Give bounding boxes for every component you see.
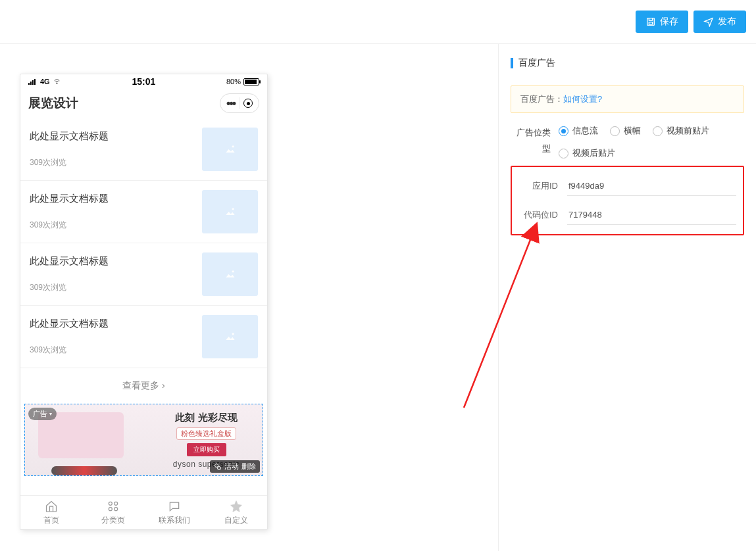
item-title: 此处显示文档标题 — [30, 193, 193, 205]
svg-point-8 — [232, 208, 234, 210]
grid-icon — [107, 500, 120, 513]
delete-button[interactable]: 活动删除 — [210, 460, 260, 473]
tab-category[interactable]: 分类页 — [82, 496, 144, 529]
publish-button-label: 发布 — [718, 16, 736, 28]
item-title: 此处显示文档标题 — [30, 130, 193, 143]
image-placeholder-icon — [202, 128, 258, 171]
battery-label: 80% — [226, 78, 241, 85]
tab-home[interactable]: 首页 — [20, 496, 82, 529]
radio-preroll[interactable]: 视频前贴片 — [653, 125, 709, 137]
radio-postroll[interactable]: 视频后贴片 — [559, 147, 615, 159]
ad-type-label: 广告位类型 — [511, 125, 559, 156]
radio-label: 信息流 — [572, 125, 598, 137]
view-more-label: 查看更多 — [122, 380, 159, 391]
slot-id-input[interactable] — [567, 205, 736, 225]
page-title: 展览设计 — [28, 95, 78, 112]
phone-preview: 4G 15:01 80% 展览设计 ••• — [20, 74, 268, 530]
top-toolbar: 保存 发布 — [0, 0, 756, 44]
radio-label: 横幅 — [624, 125, 641, 137]
svg-point-11 — [215, 464, 218, 467]
svg-rect-4 — [32, 80, 34, 85]
ad-badge: 广告▾ — [28, 408, 57, 420]
svg-point-6 — [57, 83, 57, 84]
radio-icon — [559, 149, 568, 158]
chat-icon — [168, 500, 181, 513]
save-button[interactable]: 保存 — [636, 11, 688, 33]
item-title: 此处显示文档标题 — [30, 255, 193, 268]
chevron-down-icon: ▾ — [49, 411, 52, 417]
view-more-button[interactable]: 查看更多 › — [20, 368, 267, 404]
tab-custom[interactable]: 自定义 — [205, 496, 267, 529]
radio-banner[interactable]: 横幅 — [610, 125, 641, 137]
settings-panel: 百度广告 百度广告：如何设置? 广告位类型 信息流 横幅 视频前贴片 视频后贴片… — [498, 44, 756, 551]
tab-label: 首页 — [43, 515, 59, 526]
svg-point-7 — [232, 145, 234, 147]
radio-icon — [653, 126, 663, 136]
signal-label: 4G — [40, 78, 50, 85]
item-title: 此处显示文档标题 — [30, 318, 193, 330]
image-placeholder-icon — [202, 315, 258, 358]
tip-prefix: 百度广告： — [520, 94, 563, 104]
svg-rect-2 — [28, 83, 30, 85]
send-icon — [703, 16, 714, 27]
radio-feed[interactable]: 信息流 — [559, 125, 598, 137]
save-icon — [645, 16, 656, 27]
image-placeholder-icon — [202, 252, 258, 296]
tip-box: 百度广告：如何设置? — [511, 85, 744, 113]
ad-cta: 立即购买 — [187, 443, 226, 456]
svg-point-13 — [109, 502, 112, 505]
svg-point-9 — [232, 270, 234, 272]
delete-label: 删除 — [241, 462, 256, 471]
image-placeholder-icon — [202, 190, 258, 233]
chevron-right-icon: › — [162, 380, 165, 391]
svg-point-12 — [218, 466, 221, 469]
document-list: 此处显示文档标题 309次浏览 此处显示文档标题 309次浏览 — [20, 118, 267, 495]
ad-headline: 此刻 光彩尽现 — [175, 412, 237, 424]
tab-label: 自定义 — [224, 515, 248, 526]
ad-block[interactable]: 广告▾ 此刻 光彩尽现 粉色臻选礼盒版 立即购买 dyson — [24, 404, 263, 476]
signal-icon — [28, 78, 38, 85]
tab-contact[interactable]: 联系我们 — [144, 496, 206, 529]
home-icon — [45, 500, 58, 513]
phone-status-bar: 4G 15:01 80% — [20, 74, 267, 89]
svg-rect-3 — [30, 82, 32, 85]
target-icon — [243, 99, 253, 108]
star-icon — [230, 500, 243, 513]
list-item[interactable]: 此处显示文档标题 309次浏览 — [20, 305, 267, 368]
item-views: 309次浏览 — [30, 157, 193, 168]
miniprogram-icon — [214, 463, 222, 471]
more-icon: ••• — [226, 97, 235, 109]
app-id-label: 应用ID — [518, 180, 567, 192]
tab-label: 分类页 — [101, 515, 125, 526]
product-image-2 — [51, 466, 117, 475]
capsule-menu[interactable]: ••• — [220, 93, 259, 113]
tab-bar: 首页 分类页 联系我们 自定义 — [20, 495, 267, 529]
publish-button[interactable]: 发布 — [693, 11, 746, 33]
list-item[interactable]: 此处显示文档标题 309次浏览 — [20, 243, 267, 305]
preview-area: 4G 15:01 80% 展览设计 ••• — [0, 44, 498, 551]
panel-title: 百度广告 — [511, 57, 744, 69]
svg-point-15 — [109, 507, 112, 510]
list-item[interactable]: 此处显示文档标题 309次浏览 — [20, 180, 267, 243]
battery-icon — [243, 78, 259, 85]
phone-titlebar: 展览设计 ••• — [20, 89, 267, 118]
svg-point-16 — [114, 507, 117, 510]
item-views: 309次浏览 — [30, 345, 193, 356]
list-item[interactable]: 此处显示文档标题 309次浏览 — [20, 118, 267, 180]
clock-label: 15:01 — [61, 76, 226, 87]
tab-label: 联系我们 — [159, 515, 190, 526]
radio-label: 视频后贴片 — [572, 147, 615, 159]
how-to-link[interactable]: 如何设置? — [563, 94, 602, 104]
svg-rect-1 — [649, 22, 652, 24]
ad-subtitle: 粉色臻选礼盒版 — [176, 427, 236, 440]
radio-label: 视频前贴片 — [667, 125, 709, 137]
radio-icon — [559, 126, 568, 136]
wifi-icon — [53, 78, 61, 85]
radio-icon — [610, 126, 620, 136]
save-button-label: 保存 — [660, 16, 678, 28]
item-views: 309次浏览 — [30, 282, 193, 293]
highlight-box: 应用ID 代码位ID — [511, 166, 744, 235]
app-id-input[interactable] — [567, 176, 736, 196]
item-views: 309次浏览 — [30, 220, 193, 231]
svg-rect-5 — [34, 79, 36, 85]
